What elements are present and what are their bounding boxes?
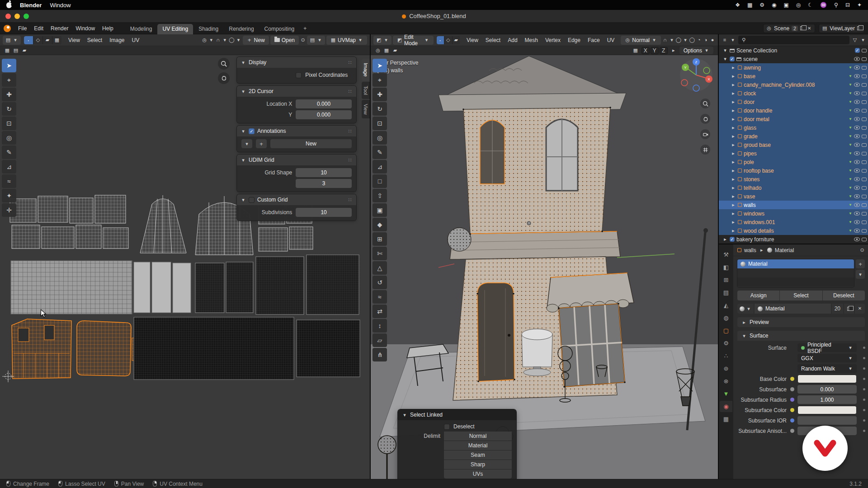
uv-pan-hand-icon[interactable] (218, 72, 230, 84)
color-swatch[interactable] (797, 406, 857, 414)
tower-door[interactable] (477, 283, 514, 381)
hide-icon[interactable] (854, 126, 860, 130)
outliner-object-row[interactable]: walls (719, 201, 868, 209)
custom-grid-section-header[interactable]: Custom Grid (237, 194, 356, 205)
display-mode-caret[interactable] (730, 38, 736, 42)
cursor-x-field[interactable]: 0.000 (296, 99, 352, 108)
topbar-menu-item[interactable]: Help (99, 24, 117, 33)
filter-caret[interactable] (860, 38, 866, 42)
color-wheel-icon[interactable]: ◉ (772, 2, 776, 8)
unlink-scene-icon[interactable] (807, 26, 812, 31)
render-icon[interactable] (862, 135, 867, 138)
snap-options-caret[interactable] (669, 38, 675, 42)
mirror-axis-toggle[interactable]: Z (660, 47, 668, 54)
material-name-field[interactable]: Material (755, 304, 831, 314)
animate-dot-icon[interactable] (863, 347, 865, 349)
assign-button[interactable]: Assign (737, 291, 779, 300)
transform-tool[interactable]: ◎ (373, 131, 387, 145)
outliner-object-row[interactable]: windows (719, 209, 868, 218)
workspace-tab[interactable]: Compositing (259, 24, 300, 34)
uv-islands-plain[interactable] (134, 262, 191, 313)
copy-material-button[interactable] (844, 304, 854, 314)
annotation-color-selector[interactable] (241, 139, 252, 148)
expand-caret-icon[interactable] (731, 202, 736, 207)
editor-type-icon[interactable] (722, 38, 727, 42)
uv-island-grid[interactable] (11, 261, 132, 314)
new-scene-icon[interactable] (800, 26, 804, 30)
hide-icon[interactable] (854, 134, 860, 138)
filter-icon[interactable] (852, 38, 858, 42)
pixel-coordinates-checkbox[interactable] (296, 72, 302, 78)
outliner-object-row[interactable]: pipes (719, 149, 868, 158)
grab-tool[interactable]: ✛ (2, 203, 16, 217)
viewport-menu-item[interactable]: Select (482, 36, 504, 45)
pinch-tool[interactable]: ✦ (2, 189, 16, 202)
material[interactable]: ◉ (720, 401, 732, 412)
outliner-object-row[interactable]: candy_machine_Cylinder.008 (719, 80, 868, 89)
browse-material-button[interactable] (737, 304, 754, 314)
material-slot-row[interactable]: Material (737, 259, 854, 268)
hide-icon[interactable] (854, 108, 860, 113)
pin-id-icon[interactable] (859, 248, 865, 253)
mirror-axis-toggle[interactable]: X (642, 47, 650, 54)
macos-menu-item[interactable]: Blender (20, 2, 42, 9)
uv-overlay-icon-3[interactable] (22, 48, 27, 53)
color-swatch[interactable] (797, 375, 857, 383)
surface-panel-header[interactable]: Surface (737, 331, 865, 341)
hide-icon[interactable] (854, 160, 860, 164)
outliner-object-row[interactable]: glass (719, 123, 868, 132)
moon-icon[interactable]: ☾ (808, 2, 813, 8)
transform-tool[interactable]: ◎ (2, 131, 16, 145)
expand-caret-icon[interactable] (731, 151, 736, 156)
subdivisions-field[interactable]: 10 (296, 208, 352, 217)
breadcrumb-object[interactable]: walls (744, 247, 756, 253)
uv-island-selected-wall[interactable] (77, 321, 138, 376)
shading-wireframe-icon[interactable] (689, 38, 695, 42)
render-icon[interactable] (862, 152, 867, 155)
tower-belt[interactable] (450, 231, 620, 259)
uv-island-selected-storefront[interactable] (12, 319, 71, 379)
extrude-region-tool[interactable]: ⇧ (373, 189, 387, 202)
move-tool[interactable]: ✚ (2, 88, 16, 101)
hide-icon[interactable] (854, 91, 860, 95)
annotations-checkbox[interactable] (249, 128, 255, 134)
add-workspace-button[interactable]: + (300, 24, 310, 33)
object-data[interactable]: ▼ (720, 388, 732, 399)
uv-islands-dark[interactable] (195, 255, 359, 314)
uv-islands-dense-dark[interactable] (134, 317, 360, 380)
render-icon[interactable] (862, 109, 867, 113)
delimit-option-button[interactable]: Seam (444, 450, 512, 460)
cursor-tool[interactable]: ⌖ (373, 73, 387, 87)
uv-edge-select-icon[interactable] (33, 36, 42, 44)
render-icon[interactable] (862, 143, 867, 147)
modifiers[interactable]: ⚙ (720, 338, 732, 349)
animate-dot-icon[interactable] (863, 378, 865, 380)
mirror-axis-toggle[interactable]: Y (651, 47, 659, 54)
hide-icon[interactable] (854, 229, 860, 233)
constraints[interactable]: ⊗ (720, 375, 732, 387)
outliner-object-row[interactable]: pole (719, 158, 868, 166)
texture[interactable]: ▦ (720, 413, 732, 425)
open-image-button[interactable]: Open (270, 36, 299, 45)
falloff-caret-icon[interactable] (236, 38, 241, 42)
render-icon[interactable] (862, 49, 867, 52)
shear-tool[interactable]: ▱ (373, 333, 387, 347)
new-viewlayer-icon[interactable] (857, 26, 861, 30)
deselect-checkbox[interactable] (444, 424, 450, 430)
uv-island-select-icon[interactable] (52, 36, 61, 44)
viewport-menu-item[interactable]: Face (584, 36, 604, 45)
value-slider[interactable] (797, 416, 857, 425)
view-layer[interactable]: ▤ (720, 287, 732, 298)
scene[interactable]: ◭ (720, 300, 732, 311)
close-window-button[interactable] (5, 14, 11, 19)
hide-icon[interactable] (854, 169, 860, 173)
hide-icon[interactable] (854, 177, 860, 181)
shading-rendered-icon[interactable] (710, 38, 715, 42)
outliner-object-row[interactable]: base (719, 72, 868, 80)
collection-row-scene[interactable]: scene (719, 55, 868, 63)
render-icon[interactable] (862, 221, 867, 224)
rip-region-tool[interactable]: ⋔ (373, 348, 387, 361)
topbar-menu-item[interactable]: Render (47, 24, 72, 33)
expand-caret-icon[interactable] (731, 185, 736, 190)
xray-toggle-icon[interactable] (392, 48, 398, 53)
